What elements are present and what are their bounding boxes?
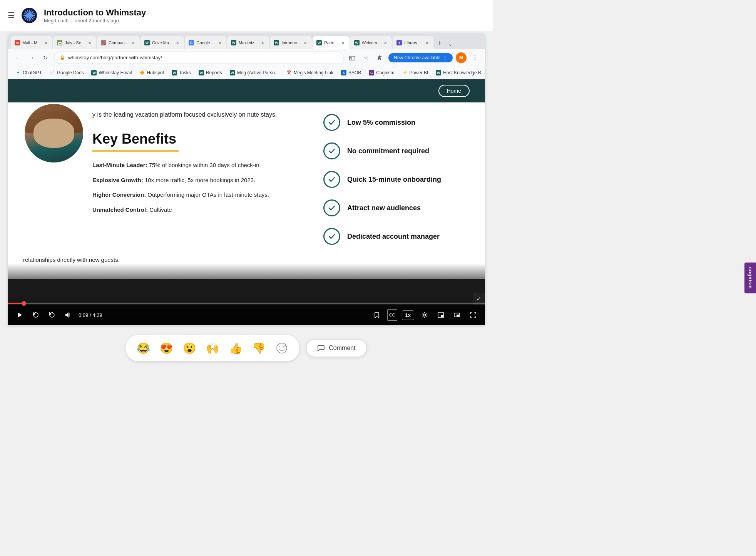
captions-button[interactable]: CC bbox=[387, 309, 397, 321]
bookmark-favicon-host-knowledge: W bbox=[436, 70, 441, 75]
miniplayer-icon bbox=[438, 312, 444, 318]
check-label-4: Attract new audiences bbox=[347, 204, 421, 212]
settings-button[interactable] bbox=[419, 309, 430, 321]
bookmark-video-button[interactable] bbox=[371, 309, 383, 321]
emoji-love[interactable]: 😍 bbox=[158, 340, 175, 357]
bookmark-cognism[interactable]: C Cognism bbox=[366, 69, 397, 77]
browser-tab-google[interactable]: G Google ... ✕ bbox=[185, 36, 226, 49]
address-input[interactable]: 🔒 whimstay.com/blog/partner-with-whimsta… bbox=[54, 52, 344, 64]
reactions-area: 😂 😍 😮 🙌 👍 👎 Comment bbox=[0, 327, 493, 369]
svg-point-17 bbox=[277, 343, 287, 353]
benefit-text-4: Cultivate bbox=[149, 206, 172, 213]
fullscreen-button[interactable] bbox=[467, 309, 479, 321]
fullscreen-icon bbox=[470, 312, 476, 318]
check-item-5: Dedicated account manager bbox=[323, 228, 470, 245]
tab-label-maximiz: Maximiz... bbox=[239, 40, 258, 45]
video-progress-bar[interactable] bbox=[8, 303, 485, 304]
bookmark-chatgpt[interactable]: ✦ ChatGPT bbox=[12, 69, 45, 77]
tab-label-july: July - Se... bbox=[65, 40, 85, 45]
bookmark-meeting[interactable]: 📅 Meg's Meeting Link bbox=[283, 69, 336, 77]
tab-favicon-partn: W bbox=[316, 40, 322, 45]
browser-tab-partn[interactable]: W Partn... ✕ bbox=[313, 36, 349, 49]
subtitle-dot: · bbox=[71, 18, 72, 23]
browser-tab-mail[interactable]: ✉ Mail - M... ✕ bbox=[11, 36, 52, 49]
browser-tab-july[interactable]: 📅 July - Se... ✕ bbox=[53, 36, 96, 49]
new-tab-button[interactable]: + bbox=[434, 38, 445, 49]
browser-tab-covema[interactable]: W Cove Ma... ✕ bbox=[140, 36, 184, 49]
bookmark-whimstay-email[interactable]: W Whimstay Email bbox=[88, 69, 135, 77]
tab-favicon-maximiz: W bbox=[231, 40, 236, 45]
chrome-update-button[interactable]: New Chrome available ⋮ bbox=[388, 53, 453, 62]
tab-close-covema[interactable]: ✕ bbox=[175, 40, 180, 45]
bookmark-meg[interactable]: W Meg (Active Pursu... bbox=[227, 69, 282, 77]
bookmark-favicon-hubspot: 🔶 bbox=[139, 70, 145, 75]
bookmark-video-icon bbox=[374, 312, 380, 318]
cast-icon[interactable] bbox=[347, 52, 358, 63]
pip-button[interactable] bbox=[451, 309, 463, 321]
tab-favicon-library: ✦ bbox=[396, 40, 402, 45]
tab-close-july[interactable]: ✕ bbox=[87, 40, 92, 45]
profile-avatar[interactable]: M bbox=[456, 52, 467, 63]
bookmark-reports[interactable]: W Reports bbox=[196, 69, 225, 77]
bookmark-hubspot[interactable]: 🔶 Hubspot bbox=[136, 69, 167, 77]
menu-icon[interactable]: ☰ bbox=[8, 11, 15, 20]
address-bar: ← → ↻ 🔒 whimstay.com/blog/partner-with-w… bbox=[8, 49, 485, 66]
check-item-2: No commitment required bbox=[323, 142, 470, 159]
captions-label: CC bbox=[389, 313, 395, 317]
browser-tab-maximiz[interactable]: W Maximiz... ✕ bbox=[227, 36, 269, 49]
skip-forward-button[interactable]: 5 bbox=[46, 309, 58, 321]
svg-point-12 bbox=[424, 314, 426, 316]
bookmark-favicon-tasks: W bbox=[172, 70, 177, 75]
forward-button[interactable]: → bbox=[26, 52, 37, 63]
checkmark-icon-5 bbox=[328, 232, 336, 241]
emoji-thumbsup[interactable]: 👍 bbox=[227, 340, 244, 357]
pip-icon bbox=[454, 312, 460, 318]
emoji-wow[interactable]: 😮 bbox=[181, 340, 198, 357]
bookmark-favicon-reports: W bbox=[199, 70, 204, 75]
bookmark-google-docs[interactable]: 📄 Google Docs bbox=[47, 69, 87, 77]
browser-tab-introduc[interactable]: W Introduc... ✕ bbox=[270, 36, 312, 49]
extension-puzzle-icon[interactable] bbox=[375, 52, 385, 63]
browser-tab-welcome[interactable]: W Welcom... ✕ bbox=[350, 36, 392, 49]
emoji-clap[interactable]: 🙌 bbox=[204, 340, 221, 357]
bookmark-label-meg: Meg (Active Pursu... bbox=[237, 70, 279, 75]
tab-close-mail[interactable]: ✕ bbox=[43, 40, 49, 45]
tab-close-company[interactable]: ✕ bbox=[130, 40, 136, 45]
tab-close-google[interactable]: ✕ bbox=[217, 40, 222, 45]
tab-close-maximiz[interactable]: ✕ bbox=[260, 40, 265, 45]
bookmark-host-knowledge[interactable]: W Host Knowledge B... bbox=[433, 69, 485, 77]
tab-close-introduc[interactable]: ✕ bbox=[303, 40, 308, 45]
tab-close-welcome[interactable]: ✕ bbox=[383, 40, 388, 45]
webpage-content: Home y is the leading vacation platform … bbox=[8, 79, 485, 325]
volume-button[interactable] bbox=[62, 309, 74, 321]
bookmark-powerbi[interactable]: ⚡ Power BI bbox=[399, 69, 432, 77]
app-subtitle: Meg Leach · about 2 months ago bbox=[44, 18, 146, 23]
extensions-menu-button[interactable]: ⋮ bbox=[470, 52, 480, 63]
speed-button[interactable]: 1x bbox=[402, 310, 414, 320]
svg-rect-16 bbox=[457, 315, 459, 317]
bookmark-label-tasks: Tasks bbox=[179, 70, 191, 75]
refresh-button[interactable]: ↻ bbox=[40, 52, 51, 63]
tab-close-library[interactable]: ✕ bbox=[424, 40, 430, 45]
back-button[interactable]: ← bbox=[12, 52, 23, 63]
play-button[interactable] bbox=[14, 309, 25, 321]
site-nav-home-button[interactable]: Home bbox=[438, 85, 470, 97]
browser-tab-library[interactable]: ✦ Library ... ✕ bbox=[393, 36, 433, 49]
subtitle-author: Meg Leach bbox=[44, 18, 69, 23]
emoji-thumbsdown[interactable]: 👎 bbox=[250, 340, 267, 357]
comment-button[interactable]: Comment bbox=[306, 339, 367, 357]
tab-close-partn[interactable]: ✕ bbox=[340, 40, 346, 45]
miniplayer-button[interactable] bbox=[435, 309, 447, 321]
video-progress-fill bbox=[8, 303, 24, 304]
emoji-laugh[interactable]: 😂 bbox=[135, 340, 152, 357]
skip-back-button[interactable]: 5 bbox=[30, 309, 42, 321]
bookmark-ssob[interactable]: S SSOB bbox=[338, 69, 364, 77]
bookmark-tasks[interactable]: W Tasks bbox=[169, 69, 194, 77]
browser-tab-company[interactable]: 🔖 Compan... ✕ bbox=[97, 36, 140, 49]
bookmark-label-chatgpt: ChatGPT bbox=[23, 70, 42, 75]
tab-overflow-button[interactable]: ⌄ bbox=[446, 39, 455, 49]
benefit-text-1: 75% of bookings within 30 days of check-… bbox=[149, 162, 261, 168]
svg-rect-9 bbox=[350, 56, 355, 60]
emoji-custom[interactable] bbox=[273, 340, 290, 357]
bookmark-star-icon[interactable]: ☆ bbox=[361, 52, 371, 63]
